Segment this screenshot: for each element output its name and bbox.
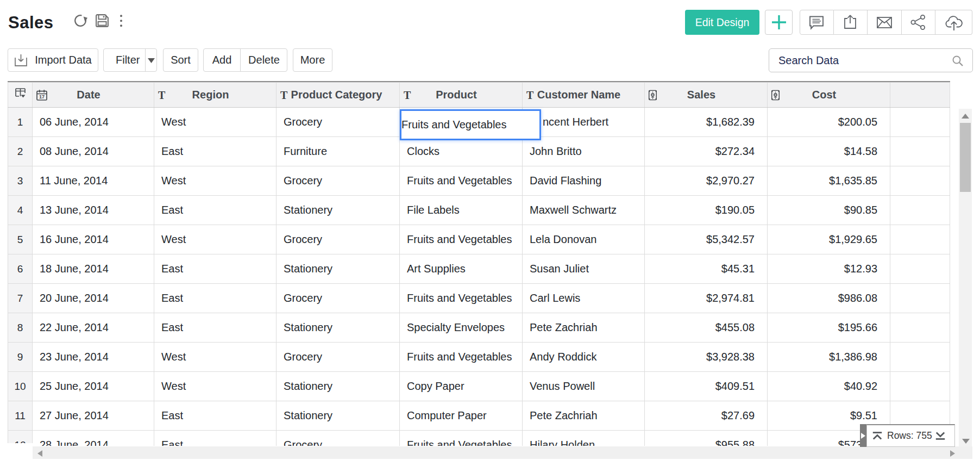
- svg-text:17: 17: [39, 94, 45, 100]
